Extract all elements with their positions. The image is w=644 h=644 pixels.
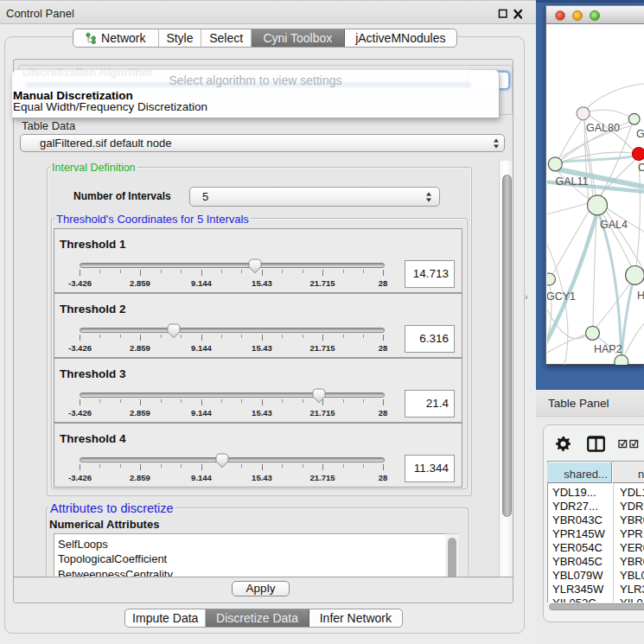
- svg-text:GAL11: GAL11: [556, 175, 589, 188]
- svg-text:GCY1: GCY1: [547, 290, 576, 303]
- svg-text:G: G: [636, 128, 644, 140]
- svg-text:HAP2: HAP2: [594, 343, 622, 355]
- svg-text:C: C: [638, 162, 644, 174]
- svg-text:H: H: [637, 290, 644, 302]
- svg-text:GAL4: GAL4: [600, 219, 628, 231]
- svg-text:GAL80: GAL80: [586, 122, 620, 134]
